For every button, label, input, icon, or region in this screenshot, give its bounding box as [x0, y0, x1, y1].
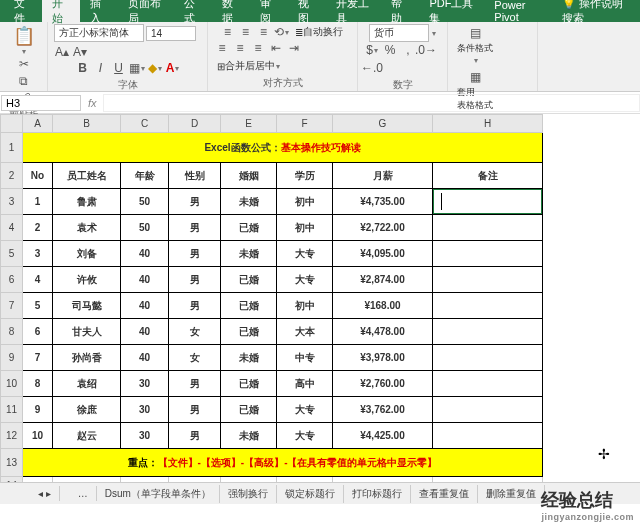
col-header[interactable]: F: [277, 115, 333, 133]
cell-edu[interactable]: 初中: [277, 215, 333, 241]
cell-age[interactable]: 40: [121, 267, 169, 293]
indent-inc-icon[interactable]: ⇥: [286, 40, 302, 56]
cell-salary[interactable]: ¥4,425.00: [333, 423, 433, 449]
align-right-icon[interactable]: ≡: [250, 40, 266, 56]
cell-age[interactable]: 30: [121, 371, 169, 397]
cell-mar[interactable]: 已婚: [221, 371, 277, 397]
cell-mar[interactable]: 已婚: [221, 267, 277, 293]
cell-sex[interactable]: 男: [169, 371, 221, 397]
table-header[interactable]: 年龄: [121, 163, 169, 189]
cell-mar[interactable]: 未婚: [221, 345, 277, 371]
cell-name[interactable]: 徐庶: [53, 397, 121, 423]
conditional-format-button[interactable]: ▤条件格式▾: [454, 24, 496, 66]
table-header[interactable]: 月薪: [333, 163, 433, 189]
table-header[interactable]: 备注: [433, 163, 543, 189]
sheet-tab[interactable]: 锁定标题行: [277, 485, 344, 503]
cell-edu[interactable]: 大专: [277, 397, 333, 423]
col-header[interactable]: C: [121, 115, 169, 133]
cell-mar[interactable]: 已婚: [221, 215, 277, 241]
cell-salary[interactable]: ¥2,722.00: [333, 215, 433, 241]
cell-note[interactable]: [433, 293, 543, 319]
col-header[interactable]: E: [221, 115, 277, 133]
border-icon[interactable]: ▦▾: [129, 60, 145, 76]
cell-sex[interactable]: 男: [169, 397, 221, 423]
cell-mar[interactable]: 已婚: [221, 397, 277, 423]
cell-no[interactable]: 10: [23, 423, 53, 449]
sheet-tab[interactable]: 打印标题行: [344, 485, 411, 503]
cell-no[interactable]: 2: [23, 215, 53, 241]
bold-icon[interactable]: B: [75, 60, 91, 76]
cell-name[interactable]: 袁术: [53, 215, 121, 241]
fx-icon[interactable]: fx: [82, 97, 103, 109]
cell-note[interactable]: [433, 215, 543, 241]
row-header[interactable]: 13: [1, 449, 23, 477]
row-header[interactable]: 9: [1, 345, 23, 371]
footer-cell[interactable]: 重点：【文件】-【选项】-【高级】-【在具有零值的单元格中显示零】: [23, 449, 543, 477]
percent-icon[interactable]: %: [382, 42, 398, 58]
table-header[interactable]: No: [23, 163, 53, 189]
cell-name[interactable]: 孙尚香: [53, 345, 121, 371]
align-center-icon[interactable]: ≡: [232, 40, 248, 56]
cell-age[interactable]: 30: [121, 397, 169, 423]
cell-sex[interactable]: 男: [169, 267, 221, 293]
increase-font-icon[interactable]: A▴: [54, 44, 70, 60]
cell-edu[interactable]: 大专: [277, 241, 333, 267]
row-header[interactable]: 3: [1, 189, 23, 215]
decrease-font-icon[interactable]: A▾: [72, 44, 88, 60]
table-header[interactable]: 员工姓名: [53, 163, 121, 189]
cell-mar[interactable]: 未婚: [221, 241, 277, 267]
cell-sex[interactable]: 男: [169, 215, 221, 241]
sheet-tab[interactable]: Dsum（单字段单条件）: [97, 485, 220, 503]
cut-icon[interactable]: ✂: [16, 56, 32, 72]
cell-note[interactable]: [433, 319, 543, 345]
cell-sex[interactable]: 女: [169, 345, 221, 371]
row-header[interactable]: 8: [1, 319, 23, 345]
col-header[interactable]: H: [433, 115, 543, 133]
cell-age[interactable]: 40: [121, 345, 169, 371]
font-size-select[interactable]: 14: [146, 26, 196, 41]
tab-nav[interactable]: ◂ ▸: [30, 486, 60, 501]
cell-age[interactable]: 40: [121, 293, 169, 319]
copy-icon[interactable]: ⧉: [16, 73, 32, 89]
cell-mar[interactable]: 已婚: [221, 293, 277, 319]
cell-no[interactable]: 3: [23, 241, 53, 267]
sheet-tab[interactable]: 查看重复值: [411, 485, 478, 503]
row-header[interactable]: 10: [1, 371, 23, 397]
align-left-icon[interactable]: ≡: [214, 40, 230, 56]
cell-salary[interactable]: ¥2,760.00: [333, 371, 433, 397]
sheet-tab-more[interactable]: …: [70, 486, 97, 501]
worksheet-area[interactable]: ABCDEFGH1Excel函数公式：基本操作技巧解读2No员工姓名年龄性别婚姻…: [0, 114, 640, 494]
cell-no[interactable]: 5: [23, 293, 53, 319]
cell-sex[interactable]: 男: [169, 241, 221, 267]
cell-age[interactable]: 30: [121, 423, 169, 449]
col-header[interactable]: D: [169, 115, 221, 133]
cell-mar[interactable]: 未婚: [221, 423, 277, 449]
cell-salary[interactable]: ¥4,095.00: [333, 241, 433, 267]
row-header[interactable]: 1: [1, 133, 23, 163]
wrap-text-button[interactable]: ≣ 自动换行: [292, 24, 346, 40]
dec-decimal-icon[interactable]: ←.0: [364, 60, 380, 76]
cell-age[interactable]: 50: [121, 189, 169, 215]
indent-dec-icon[interactable]: ⇤: [268, 40, 284, 56]
cell-salary[interactable]: ¥4,735.00: [333, 189, 433, 215]
table-header[interactable]: 性别: [169, 163, 221, 189]
row-header[interactable]: 7: [1, 293, 23, 319]
cell-salary[interactable]: ¥3,762.00: [333, 397, 433, 423]
cell-mar[interactable]: 未婚: [221, 189, 277, 215]
tell-me[interactable]: 💡 操作说明搜索: [552, 0, 640, 29]
cell-name[interactable]: 许攸: [53, 267, 121, 293]
cell-edu[interactable]: 高中: [277, 371, 333, 397]
cell-note[interactable]: [433, 397, 543, 423]
cell-age[interactable]: 40: [121, 319, 169, 345]
cell-note[interactable]: [433, 267, 543, 293]
cell-note[interactable]: [433, 371, 543, 397]
cell-no[interactable]: 1: [23, 189, 53, 215]
currency-icon[interactable]: $▾: [364, 42, 380, 58]
align-middle-icon[interactable]: ≡: [238, 24, 254, 40]
cell-name[interactable]: 司马懿: [53, 293, 121, 319]
underline-icon[interactable]: U: [111, 60, 127, 76]
col-header[interactable]: A: [23, 115, 53, 133]
paste-button[interactable]: 📋▾: [10, 24, 38, 56]
orientation-icon[interactable]: ⟲▾: [274, 24, 290, 40]
cell-age[interactable]: 50: [121, 215, 169, 241]
